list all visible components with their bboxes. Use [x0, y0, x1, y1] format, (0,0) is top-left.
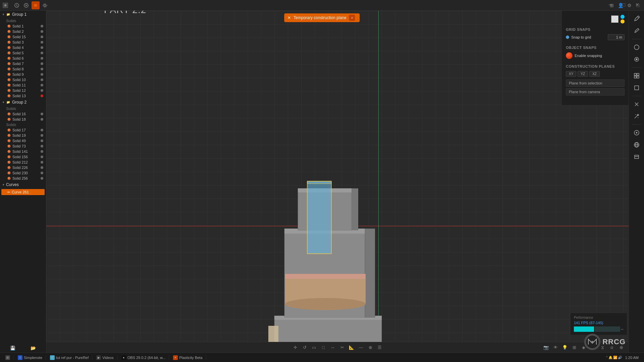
- solid-10[interactable]: Solid 10: [0, 77, 46, 82]
- solid-230[interactable]: Solid 230: [0, 170, 46, 176]
- snap-value-input[interactable]: [608, 34, 625, 40]
- curve-261[interactable]: ✏ Curve 261: [1, 189, 45, 195]
- line-btn[interactable]: —: [357, 344, 365, 352]
- history-forward-btn[interactable]: [22, 1, 30, 9]
- pen-tool-btn[interactable]: [631, 25, 642, 36]
- taskbar-pureref[interactable]: P tut ref pur - PureRef: [47, 355, 92, 360]
- viewport[interactable]: [46, 11, 629, 353]
- cross-btn[interactable]: [631, 99, 642, 110]
- solid-226[interactable]: Solid 226: [0, 165, 46, 170]
- taskbar-simplenote[interactable]: S Simplenote: [14, 355, 46, 360]
- scale-btn[interactable]: ↔: [329, 344, 337, 352]
- solid-212[interactable]: Solid 212: [0, 160, 46, 165]
- rotate-tool-btn[interactable]: ↺: [301, 344, 309, 352]
- move-tool-btn[interactable]: ✛: [291, 344, 299, 352]
- solid-1[interactable]: Solid 1: [0, 23, 46, 29]
- color-swatch-white[interactable]: [611, 15, 619, 23]
- light-btn[interactable]: 💡: [561, 344, 569, 352]
- color-dot-cyan[interactable]: [621, 15, 625, 19]
- circle-dot-btn[interactable]: [631, 127, 642, 138]
- network-icon[interactable]: 📶: [613, 356, 617, 359]
- solid-13[interactable]: Solid 13: [0, 93, 46, 99]
- solid-8[interactable]: Solid 8: [0, 66, 46, 72]
- square-btn[interactable]: [631, 82, 642, 93]
- solid-17[interactable]: Solid 17: [0, 127, 46, 133]
- taskbar-obs[interactable]: ● OBS 29.0.2 (64-bit, w...: [118, 355, 169, 360]
- app-icon[interactable]: [3, 3, 8, 8]
- settings-btn[interactable]: [41, 1, 49, 9]
- object-snap-swatch[interactable]: [566, 52, 573, 59]
- history-back-btn[interactable]: [13, 1, 21, 9]
- group2-header[interactable]: ▼ 📁 Group 2: [0, 99, 46, 106]
- view-btn[interactable]: 👁: [551, 344, 559, 352]
- save-scene-btn[interactable]: 💾: [10, 346, 15, 351]
- solid2-icon: [7, 30, 11, 33]
- layers-btn[interactable]: [631, 152, 642, 162]
- taskbar-plasticity[interactable]: ✦ Plasticity Beta: [170, 355, 206, 360]
- grid-toggle-btn[interactable]: ⊞: [570, 344, 578, 352]
- sidebar-bottom-tools: 💾 📂: [0, 343, 46, 353]
- solid-7[interactable]: Solid 7: [0, 61, 46, 66]
- solid-15[interactable]: Solid 15: [0, 34, 46, 40]
- group1-header[interactable]: ▼ 📁 Group 1: [0, 11, 46, 18]
- bbox-tool-btn[interactable]: ▭: [310, 344, 318, 352]
- solid-2[interactable]: Solid 2: [0, 29, 46, 34]
- banner-close-btn[interactable]: ✕: [287, 15, 291, 20]
- grid-btn[interactable]: [631, 70, 642, 81]
- solid-73[interactable]: Solid 73: [0, 143, 46, 149]
- taskbar-videos[interactable]: ▶ Videos: [93, 355, 117, 360]
- camera-btn[interactable]: 📷: [542, 344, 550, 352]
- solid-18[interactable]: Solid 18: [0, 117, 46, 122]
- color-dot-yellow[interactable]: [621, 19, 625, 23]
- solid-156[interactable]: Solid 156: [0, 154, 46, 160]
- solid-19[interactable]: Solid 19: [0, 133, 46, 138]
- solid-11[interactable]: Solid 11: [0, 82, 46, 88]
- solid-3[interactable]: Solid 3: [0, 40, 46, 45]
- solid-5[interactable]: Solid 5: [0, 50, 46, 56]
- snap-to-grid-dot[interactable]: [566, 36, 569, 39]
- load-scene-btn[interactable]: 📂: [31, 346, 36, 351]
- perf-bar-empty: [595, 326, 620, 332]
- group1-expand-icon: ▼: [2, 13, 5, 16]
- rotate-btn[interactable]: [631, 54, 642, 65]
- pencil-tool-btn[interactable]: [631, 13, 642, 24]
- globe-btn[interactable]: [631, 139, 642, 150]
- curves-header[interactable]: ▼ Curves: [0, 181, 46, 188]
- sys-icon-2[interactable]: 🔔: [608, 356, 612, 359]
- wand-btn[interactable]: [631, 111, 642, 122]
- solid-256[interactable]: Solid 256: [0, 176, 46, 181]
- select-box-btn[interactable]: □: [319, 344, 327, 352]
- watermark-text: RRCG: [602, 338, 626, 346]
- solid-141[interactable]: Solid 141: [0, 149, 46, 154]
- solid-mode-btn[interactable]: [32, 1, 40, 9]
- volume-icon[interactable]: 🔊: [618, 356, 622, 359]
- axis-yz-btn[interactable]: YZ: [578, 71, 588, 77]
- solid-6[interactable]: Solid 6: [0, 56, 46, 61]
- snap-circle-btn[interactable]: ⊕: [366, 344, 374, 352]
- plane-from-selection-btn[interactable]: Plane from selection: [566, 79, 625, 87]
- start-btn[interactable]: ⊞: [2, 355, 14, 360]
- solid-4[interactable]: Solid 4: [0, 45, 46, 50]
- solid-49[interactable]: Solid 49: [0, 138, 46, 143]
- solid-12[interactable]: Solid 12: [0, 88, 46, 93]
- maximize-btn[interactable]: □: [617, 0, 631, 9]
- menu-btn[interactable]: ☰: [376, 344, 384, 352]
- perf-minus-btn[interactable]: −: [621, 326, 624, 332]
- axis-xy-btn[interactable]: XY: [566, 71, 576, 77]
- close-btn[interactable]: ✕: [631, 0, 644, 9]
- axis-xz-btn[interactable]: XZ: [589, 71, 600, 77]
- measure-btn[interactable]: 📐: [347, 344, 356, 352]
- plane-from-camera-btn[interactable]: Plane from camera: [566, 88, 625, 96]
- cut-btn[interactable]: ✂: [338, 344, 346, 352]
- svg-rect-28: [635, 86, 639, 90]
- circle-select-btn[interactable]: [631, 42, 642, 53]
- solid-9[interactable]: Solid 9: [0, 72, 46, 77]
- settings-panel: Grid snaps Snap to grid Object snaps Ena…: [561, 11, 629, 105]
- sys-icon-1[interactable]: ^: [606, 356, 608, 359]
- solid5-label: Solid 5: [12, 51, 24, 55]
- minimize-btn[interactable]: ─: [604, 0, 617, 9]
- solid256-icon: [7, 177, 11, 180]
- curves-label: Curves: [6, 182, 19, 187]
- solid-16[interactable]: Solid 16: [0, 111, 46, 117]
- solid156-label: Solid 156: [12, 155, 28, 159]
